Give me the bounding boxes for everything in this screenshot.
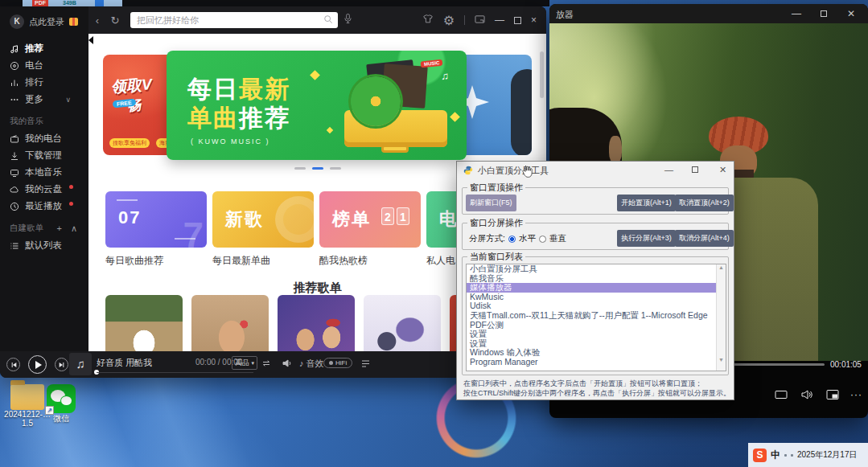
window-list-item[interactable]: 酷我音乐 <box>467 274 726 284</box>
banner-center-daily-songs[interactable]: 每日最新 单曲推荐 ( KUWO MUSIC ) MUSIC ♫ <box>167 51 467 160</box>
video-restore-button[interactable] <box>821 8 827 19</box>
album-art[interactable]: ♫ <box>69 353 92 375</box>
card-label[interactable]: 酷我热歌榜 <box>319 254 368 268</box>
close-button[interactable]: × <box>531 15 537 25</box>
tool-maximize-button[interactable] <box>692 165 698 174</box>
window-listbox[interactable]: 小白置顶分屏工具 酷我音乐 媒体播放器 KwMusic Udisk 天猫Tmal… <box>466 264 726 371</box>
playlist-thumb-retro-couple[interactable] <box>278 295 355 351</box>
sogou-ime-icon[interactable]: S <box>753 449 767 462</box>
video-minimize-button[interactable]: — <box>792 8 801 19</box>
maximize-button[interactable] <box>514 17 521 24</box>
content-scrollbar[interactable] <box>540 51 544 98</box>
flip-digit: 2 <box>381 207 394 225</box>
sound-effect-button[interactable]: ♪ 音效 <box>299 358 324 370</box>
track-title: 好音质 用酷我 <box>97 357 152 369</box>
notification-dot <box>69 185 73 189</box>
carousel-dot-active[interactable] <box>312 167 323 170</box>
next-track-button[interactable] <box>55 358 68 371</box>
banner-title-line1: 每日最新 <box>187 73 290 106</box>
video-titlebar[interactable]: 放器 — ✕ <box>549 4 868 23</box>
previous-track-button[interactable] <box>6 358 20 371</box>
search-icon[interactable] <box>323 13 333 27</box>
playlist-thumb-retro-portrait[interactable] <box>191 295 269 351</box>
sidebar-item-downloads[interactable]: 下载管理 <box>10 147 88 164</box>
cancel-split-button[interactable]: 取消分屏(Alt+4) <box>675 230 734 247</box>
cast-display-icon[interactable] <box>775 389 788 404</box>
mini-mode-icon[interactable] <box>475 13 485 27</box>
sidebar-item-more[interactable]: 更多 ∨ <box>10 91 88 108</box>
hifi-button[interactable]: HiFi <box>323 358 352 368</box>
settings-gear-icon[interactable]: ⚙ <box>443 13 455 28</box>
tool-titlebar[interactable]: 小白置顶分屏工具 — ✕ <box>457 162 734 179</box>
sidebar-item-default-list[interactable]: 默认列表 <box>10 237 88 254</box>
clock-icon <box>10 202 19 211</box>
taskbar-date[interactable]: 2025年12月17日 <box>797 449 858 461</box>
video-close-button[interactable]: ✕ <box>847 8 855 19</box>
card-label[interactable]: 每日最新单曲 <box>212 254 270 268</box>
window-list-item[interactable]: Udisk <box>467 301 726 311</box>
card-label[interactable]: 每日歌曲推荐 <box>105 254 163 268</box>
sidebar-item-my-radio[interactable]: 我的电台 <box>10 130 88 147</box>
search-input[interactable] <box>130 12 338 28</box>
sidebar-item-ranking[interactable]: 排行 <box>10 74 88 91</box>
sidebar-item-radio[interactable]: 电台 <box>10 57 88 74</box>
playlist-icon[interactable] <box>360 358 371 372</box>
refresh-windows-button[interactable]: 刷新窗口(F5) <box>466 195 516 211</box>
more-options-icon[interactable]: ··· <box>850 389 862 400</box>
volume-icon[interactable] <box>282 358 293 372</box>
card-hot-chart[interactable]: 榜单 2 1 <box>319 191 421 248</box>
list-scrollbar[interactable]: ▲▼ <box>716 264 726 371</box>
window-list-item[interactable]: 天猫Tmall.com--双11上天猫就购了--用户配置 1--Microsof… <box>467 311 726 321</box>
sidebar-section-playlists: 自建歌单 + ∧ <box>10 223 88 234</box>
quality-selector[interactable]: 高品 ▾ <box>232 356 257 370</box>
progress-bar[interactable] <box>97 372 253 373</box>
carousel-dot[interactable] <box>330 167 341 170</box>
radio-horizontal[interactable] <box>508 236 516 243</box>
sidebar-item-local-music[interactable]: 本地音乐 <box>10 164 88 181</box>
banner-word-highlight: 单曲 <box>187 104 239 131</box>
card-daily-recommend[interactable]: 07 7 <box>105 191 207 248</box>
video-volume-icon[interactable] <box>800 389 813 404</box>
window-list-item-selected[interactable]: 媒体播放器 <box>467 283 726 293</box>
sidebar-item-cloud-drive[interactable]: 我的云盘 <box>10 181 88 198</box>
sidebar-item-recommend[interactable]: 推荐 <box>10 40 88 57</box>
hifi-label: HiFi <box>335 359 347 367</box>
card-ghost-number: 7 <box>183 214 204 248</box>
window-list-item[interactable]: KwMusic <box>467 293 726 302</box>
minimize-button[interactable]: — <box>495 15 504 25</box>
vinyl-disc <box>351 76 401 126</box>
tool-close-button[interactable]: ✕ <box>719 165 726 175</box>
window-list-item[interactable]: 设置 <box>467 330 726 339</box>
start-pin-button[interactable]: 开始置顶(Alt+1) <box>617 195 676 211</box>
carousel-dot[interactable] <box>294 167 306 170</box>
tool-minimize-button[interactable]: — <box>664 165 673 174</box>
ime-mode-indicator[interactable]: 中 <box>771 449 780 462</box>
execute-split-button[interactable]: 执行分屏(Alt+3) <box>617 230 676 247</box>
group-pin-label: 窗口置顶操作 <box>467 182 525 194</box>
window-list-item[interactable]: 设置 <box>467 339 726 349</box>
selected-nav-notch <box>88 36 93 44</box>
group-window-list: 当前窗口列表 小白置顶分屏工具 酷我音乐 媒体播放器 KwMusic Udisk… <box>462 256 729 375</box>
playlist-thumb-marshmello[interactable] <box>105 295 183 351</box>
picture-in-picture-icon[interactable] <box>826 389 839 404</box>
microphone-icon[interactable] <box>343 13 353 27</box>
skin-icon[interactable] <box>422 13 434 27</box>
back-icon[interactable]: ‹ <box>88 14 106 27</box>
cancel-pin-button[interactable]: 取消置顶(Alt+2) <box>675 195 734 211</box>
window-list-item[interactable]: Program Manager <box>467 358 726 367</box>
avatar: K <box>10 14 24 29</box>
radio-vertical[interactable] <box>539 236 546 243</box>
add-playlist-and-collapse-icons[interactable]: + ∧ <box>56 223 80 234</box>
refresh-icon[interactable]: ↻ <box>106 14 124 27</box>
login-row[interactable]: K 点此登录 <box>10 14 88 29</box>
repeat-icon[interactable] <box>261 358 272 372</box>
playlist-thumb-anime-group[interactable] <box>364 295 441 351</box>
window-list-item[interactable]: 小白置顶分屏工具 <box>467 264 726 274</box>
sidebar-item-recent[interactable]: 最近播放 <box>10 198 88 215</box>
sidebar-label: 本地音乐 <box>25 166 62 178</box>
card-new-songs[interactable]: 新歌 <box>212 191 314 248</box>
window-list-item[interactable]: Windows 输入体验 <box>467 348 726 358</box>
desktop-icon-wechat[interactable]: ↗ 微信 <box>35 384 87 424</box>
window-list-item[interactable]: PDF公测 <box>467 321 726 330</box>
play-button[interactable] <box>28 355 47 374</box>
